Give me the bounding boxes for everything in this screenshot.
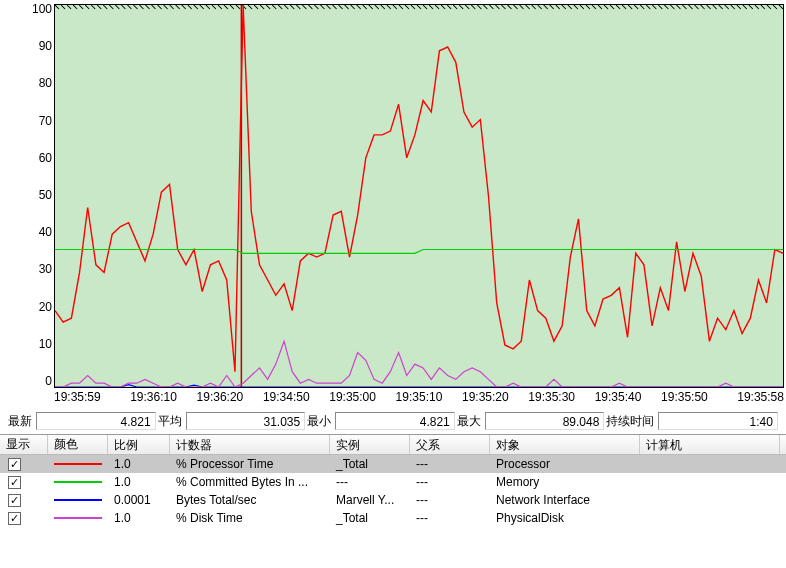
chart-zone: 1009080706050403020100 19:35:5919:36:101…: [0, 0, 786, 408]
th-instance[interactable]: 实例: [330, 435, 410, 454]
th-object[interactable]: 对象: [490, 435, 640, 454]
counter-cell: Bytes Total/sec: [170, 493, 330, 507]
y-tick: 30: [10, 262, 52, 276]
scale-cell: 1.0: [108, 475, 170, 489]
color-swatch: [54, 517, 102, 519]
object-cell: PhysicalDisk: [490, 511, 640, 525]
min-value: 4.821: [335, 412, 455, 430]
color-swatch: [54, 499, 102, 501]
perfmon-root: 1009080706050403020100 19:35:5919:36:101…: [0, 0, 786, 568]
min-label: 最小: [307, 413, 331, 430]
y-tick: 0: [10, 374, 52, 388]
max-label: 最大: [457, 413, 481, 430]
object-cell: Network Interface: [490, 493, 640, 507]
avg-label: 平均: [158, 413, 182, 430]
counter-cell: % Disk Time: [170, 511, 330, 525]
show-checkbox[interactable]: ✓: [8, 476, 21, 489]
duration-label: 持续时间: [606, 413, 654, 430]
last-label: 最新: [8, 413, 32, 430]
x-tick: 19:35:00: [319, 390, 385, 408]
color-swatch: [54, 481, 102, 483]
instance-cell: _Total: [330, 511, 410, 525]
last-value: 4.821: [36, 412, 156, 430]
y-tick: 50: [10, 188, 52, 202]
x-tick: 19:36:20: [187, 390, 253, 408]
y-tick: 80: [10, 76, 52, 90]
x-tick: 19:35:10: [386, 390, 452, 408]
instance-cell: _Total: [330, 457, 410, 471]
max-value: 89.048: [485, 412, 605, 430]
x-tick: 19:35:50: [651, 390, 717, 408]
x-tick: 19:36:10: [120, 390, 186, 408]
table-row[interactable]: ✓1.0% Disk Time_Total---PhysicalDisk: [0, 509, 786, 527]
th-counter[interactable]: 计数器: [170, 435, 330, 454]
parent-cell: ---: [410, 457, 490, 471]
table-body: ✓1.0% Processor Time_Total---Processor✓1…: [0, 455, 786, 527]
show-checkbox[interactable]: ✓: [8, 512, 21, 525]
counter-table: 显示 颜色 比例 计数器 实例 父系 对象 计算机 ✓1.0% Processo…: [0, 434, 786, 527]
y-tick: 40: [10, 225, 52, 239]
scale-cell: 0.0001: [108, 493, 170, 507]
avg-value: 31.035: [186, 412, 306, 430]
x-tick: 19:35:20: [452, 390, 518, 408]
y-tick: 90: [10, 39, 52, 53]
th-color[interactable]: 颜色: [48, 435, 108, 454]
th-computer[interactable]: 计算机: [640, 435, 780, 454]
x-tick: 19:35:59: [54, 390, 120, 408]
y-tick: 60: [10, 151, 52, 165]
y-axis: 1009080706050403020100: [10, 2, 52, 388]
instance-cell: Marvell Y...: [330, 493, 410, 507]
th-scale[interactable]: 比例: [108, 435, 170, 454]
instance-cell: ---: [330, 475, 410, 489]
series-line: [55, 341, 783, 387]
scale-cell: 1.0: [108, 511, 170, 525]
counter-cell: % Processor Time: [170, 457, 330, 471]
table-row[interactable]: ✓1.0% Committed Bytes In ...------Memory: [0, 473, 786, 491]
y-tick: 20: [10, 300, 52, 314]
stats-row: 最新 4.821 平均 31.035 最小 4.821 最大 89.048 持续…: [0, 408, 786, 434]
show-checkbox[interactable]: ✓: [8, 458, 21, 471]
x-axis: 19:35:5919:36:1019:36:2019:34:5019:35:00…: [54, 390, 784, 408]
table-header: 显示 颜色 比例 计数器 实例 父系 对象 计算机: [0, 435, 786, 455]
series-line: [55, 5, 783, 372]
show-checkbox[interactable]: ✓: [8, 494, 21, 507]
th-show[interactable]: 显示: [0, 435, 48, 454]
parent-cell: ---: [410, 475, 490, 489]
color-swatch: [54, 463, 102, 465]
chart-plot[interactable]: [54, 4, 784, 388]
y-tick: 10: [10, 337, 52, 351]
table-row[interactable]: ✓0.0001Bytes Total/secMarvell Y...---Net…: [0, 491, 786, 509]
y-tick: 70: [10, 114, 52, 128]
parent-cell: ---: [410, 511, 490, 525]
parent-cell: ---: [410, 493, 490, 507]
th-parent[interactable]: 父系: [410, 435, 490, 454]
x-tick: 19:35:30: [519, 390, 585, 408]
x-tick: 19:35:40: [585, 390, 651, 408]
series-line: [55, 250, 783, 254]
object-cell: Memory: [490, 475, 640, 489]
duration-value: 1:40: [658, 412, 778, 430]
scale-cell: 1.0: [108, 457, 170, 471]
counter-cell: % Committed Bytes In ...: [170, 475, 330, 489]
object-cell: Processor: [490, 457, 640, 471]
y-tick: 100: [10, 2, 52, 16]
x-tick: 19:35:58: [718, 390, 784, 408]
table-row[interactable]: ✓1.0% Processor Time_Total---Processor: [0, 455, 786, 473]
x-tick: 19:34:50: [253, 390, 319, 408]
